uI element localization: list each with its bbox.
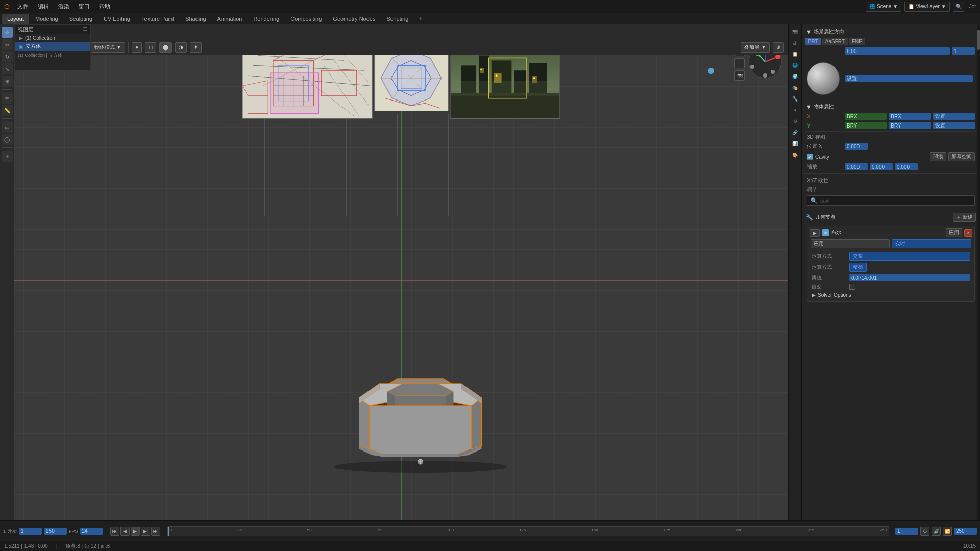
tool-annotate[interactable]: ✏ bbox=[2, 92, 13, 104]
tab-texture-paint[interactable]: Texture Paint bbox=[136, 14, 179, 24]
reference-image-1[interactable] bbox=[242, 45, 373, 119]
outliner-filter-icon[interactable]: ☰ bbox=[83, 26, 87, 33]
tl-next-frame-btn[interactable]: ▶ bbox=[141, 527, 150, 536]
menu-help[interactable]: 帮助 bbox=[95, 2, 114, 11]
tool-rotate[interactable]: ↻ bbox=[2, 51, 13, 62]
rp-bool-op-value[interactable]: 交集 bbox=[849, 252, 970, 261]
tool-scale[interactable]: ⤡ bbox=[2, 63, 13, 74]
add-tab-button[interactable]: ＋ bbox=[414, 15, 426, 22]
menu-file[interactable]: 文件 bbox=[13, 2, 33, 11]
rp-slider-2[interactable]: 1 bbox=[952, 47, 975, 55]
rp-bool-self-check[interactable] bbox=[849, 284, 855, 290]
tab-compositing[interactable]: Compositing bbox=[285, 14, 327, 24]
tab-layout[interactable]: Layout bbox=[2, 14, 29, 24]
rp-tab-brt[interactable]: BRT bbox=[805, 38, 821, 45]
rp-bool-realtime-btn[interactable]: 实时 bbox=[892, 239, 972, 248]
rp-dimy-val2[interactable]: BRY bbox=[889, 122, 930, 129]
tool-circle-select[interactable]: ◯ bbox=[2, 134, 13, 145]
viewport-render[interactable]: ☀ bbox=[190, 42, 202, 53]
tab-shading[interactable]: Shading bbox=[180, 14, 211, 24]
rp-dimx-val2[interactable]: BRX bbox=[889, 113, 930, 120]
tab-modeling[interactable]: Modeling bbox=[30, 14, 63, 24]
rp-object-header[interactable]: ▼ 物体属性 bbox=[805, 102, 977, 112]
tl-loop-btn[interactable]: 🔁 bbox=[943, 527, 952, 536]
tool-measure[interactable]: 📏 bbox=[2, 105, 13, 116]
prop-scene-icon[interactable]: 🌐 bbox=[790, 60, 800, 70]
tab-scripting[interactable]: Scripting bbox=[381, 14, 413, 24]
tab-uv-editing[interactable]: UV Editing bbox=[99, 14, 135, 24]
rp-bool-apply-mod-btn[interactable]: 应用 bbox=[811, 239, 890, 248]
tool-transform[interactable]: ⊞ bbox=[2, 76, 13, 87]
tool-box-select[interactable]: ▭ bbox=[2, 121, 13, 133]
tab-geometry-nodes[interactable]: Geometry Nodes bbox=[328, 14, 380, 24]
tl-play-btn[interactable]: ▶ bbox=[131, 527, 140, 536]
prop-physics-icon[interactable]: ⚙ bbox=[790, 116, 800, 127]
rp-scale-y[interactable]: 0.000 bbox=[870, 163, 893, 170]
rp-loc-x[interactable]: 0.000 bbox=[845, 143, 868, 150]
camera-view-button[interactable]: 📷 bbox=[734, 70, 745, 81]
rp-dimy-val3[interactable]: 设置 bbox=[933, 122, 975, 129]
rp-search-bar[interactable]: 🔍 搜索 bbox=[807, 195, 975, 206]
tl-current-frame[interactable]: 1 bbox=[895, 528, 918, 535]
rp-tab-fne[interactable]: FNE bbox=[849, 38, 865, 45]
tl-end-val[interactable]: 250 bbox=[44, 528, 67, 535]
prop-output-icon[interactable]: 🖨 bbox=[790, 38, 800, 48]
search-button[interactable]: 🔍 bbox=[953, 2, 964, 12]
3d-shape-container[interactable] bbox=[298, 347, 528, 459]
main-viewport[interactable]: 物体模式 X Y Z + - 📷 bbox=[14, 40, 788, 520]
viewlayer-selector[interactable]: 📋 ViewLayer ▼ bbox=[904, 2, 949, 12]
prop-constraints-icon[interactable]: 🔗 bbox=[790, 128, 800, 138]
rp-dimx-val3[interactable]: 设置 bbox=[933, 113, 975, 120]
outliner-item-cube[interactable]: ▣ 立方体 bbox=[15, 42, 90, 51]
scene-selector[interactable]: 🌐 Scene ▼ bbox=[866, 2, 901, 12]
prop-render-icon[interactable]: 📷 bbox=[790, 27, 800, 37]
rp-cavity-type-btn[interactable]: 凹痕 bbox=[930, 152, 946, 161]
prop-world-icon[interactable]: 🌍 bbox=[790, 71, 800, 82]
rp-bool-close-btn[interactable]: × bbox=[964, 229, 972, 237]
reference-image-3[interactable] bbox=[451, 45, 560, 119]
viewport-wireframe[interactable]: ◻ bbox=[145, 42, 156, 53]
tool-add-cube[interactable]: ＋ bbox=[2, 151, 13, 162]
rp-bool-expand[interactable]: ▶ bbox=[810, 229, 820, 237]
mode-selector[interactable]: 物体模式 ▼ bbox=[91, 42, 125, 53]
tab-animation[interactable]: Animation bbox=[212, 14, 248, 24]
gizmo-btn[interactable]: ⊕ bbox=[773, 42, 784, 53]
tab-rendering[interactable]: Rendering bbox=[248, 14, 284, 24]
rp-cavity-check[interactable]: ✓ bbox=[807, 154, 813, 160]
tool-move[interactable]: ⇔ bbox=[2, 39, 13, 50]
timeline-scrubber[interactable]: 0 25 50 75 100 125 150 175 200 225 250 bbox=[167, 526, 889, 536]
prop-modifier-icon[interactable]: 🔧 bbox=[790, 94, 800, 104]
tl-sync-btn[interactable]: ⏱ bbox=[920, 527, 929, 536]
prop-view-layer-icon[interactable]: 📋 bbox=[790, 49, 800, 59]
rp-bool-thresh-value[interactable]: 0.0714.001 bbox=[849, 274, 970, 281]
rp-cavity-mode-btn[interactable]: 屏幕空间 bbox=[948, 152, 975, 161]
tl-skip-start-btn[interactable]: ⏮ bbox=[110, 527, 119, 536]
tab-sculpting[interactable]: Sculpting bbox=[64, 14, 97, 24]
tl-audio-btn[interactable]: 🔊 bbox=[932, 527, 941, 536]
prop-object-icon[interactable]: 🎭 bbox=[790, 83, 800, 93]
rp-bool-type-icon[interactable]: ⊕ bbox=[822, 229, 829, 236]
prop-material-icon[interactable]: 🎨 bbox=[790, 150, 800, 160]
rp-bool-apply-btn[interactable]: 应用 bbox=[946, 228, 962, 237]
prop-particles-icon[interactable]: ✦ bbox=[790, 105, 800, 115]
viewport-solid[interactable]: ⬤ bbox=[159, 42, 172, 53]
overlay-btn[interactable]: 叠加层 ▼ bbox=[741, 42, 770, 53]
tl-start-val[interactable]: 1 bbox=[19, 528, 42, 535]
menu-render[interactable]: 渲染 bbox=[54, 2, 74, 11]
tl-prev-frame-btn[interactable]: ◀ bbox=[120, 527, 130, 536]
zoom-out-button[interactable]: - bbox=[734, 58, 745, 68]
rp-tab-aasrt[interactable]: AaSFRT bbox=[822, 38, 848, 45]
rp-dimx-val[interactable]: BRX bbox=[845, 113, 887, 120]
rp-scale-x[interactable]: 0.000 bbox=[845, 163, 868, 170]
rp-modifier-header[interactable]: 🔧 几何节点 ＋ 新建 bbox=[805, 211, 977, 223]
viewport-shading-selector[interactable]: ● bbox=[132, 42, 142, 53]
tl-fps-val[interactable]: 24 bbox=[80, 528, 103, 535]
menu-edit[interactable]: 编辑 bbox=[34, 2, 53, 11]
rp-solver-row[interactable]: ▶ Solver Options bbox=[810, 291, 972, 299]
rp-modifier-new-btn[interactable]: ＋ 新建 bbox=[953, 213, 976, 222]
prop-data-icon[interactable]: 📊 bbox=[790, 139, 800, 149]
tl-skip-end-btn[interactable]: ⏭ bbox=[151, 527, 160, 536]
viewport-material[interactable]: ◑ bbox=[175, 42, 187, 53]
rp-dimy-val[interactable]: BRY bbox=[845, 122, 887, 129]
rp-scene-header[interactable]: ▼ 场景属性方向 bbox=[805, 27, 977, 37]
